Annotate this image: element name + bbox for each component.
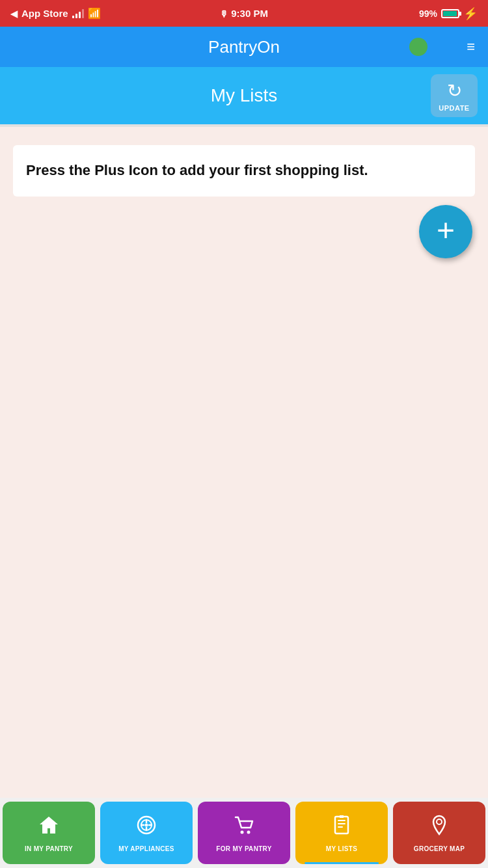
- nav-item-pantry[interactable]: IN MY PANTRY: [3, 802, 95, 864]
- for-pantry-icon: [233, 814, 255, 841]
- status-right: 99% ⚡: [419, 7, 478, 21]
- bottom-nav: IN MY PANTRY MY APPLIANCES FOR MY PANTRY: [0, 798, 488, 868]
- battery-percent: 99%: [419, 8, 437, 19]
- nav-item-my-lists[interactable]: MY LISTS: [295, 802, 388, 864]
- carrier-label: App Store: [21, 8, 68, 19]
- my-lists-label: MY LISTS: [326, 845, 357, 852]
- app-header: PantryOn ≡: [0, 27, 488, 67]
- sub-header: My Lists ↻ UPDATE: [0, 67, 488, 124]
- active-underline: [305, 862, 379, 864]
- status-bar: ◀ App Store 📶 🎙 9:30 PM 99% ⚡: [0, 0, 488, 27]
- svg-rect-5: [335, 817, 348, 834]
- battery-icon: [441, 9, 459, 18]
- svg-point-4: [247, 830, 251, 834]
- grocery-map-icon: [428, 814, 450, 841]
- appliances-icon: [135, 814, 157, 841]
- nav-item-grocery-map[interactable]: GROCERY MAP: [393, 802, 485, 864]
- status-left: ◀ App Store 📶: [10, 7, 101, 20]
- refresh-icon: ↻: [447, 80, 462, 102]
- svg-point-2: [145, 823, 148, 826]
- plus-icon: +: [437, 215, 455, 246]
- hint-text: Press the Plus Icon to add your first sh…: [26, 161, 462, 181]
- add-list-button[interactable]: +: [419, 205, 472, 258]
- nav-item-for-pantry[interactable]: FOR MY PANTRY: [198, 802, 290, 864]
- svg-point-3: [241, 830, 244, 834]
- status-time: 🎙 9:30 PM: [220, 8, 268, 19]
- hamburger-button[interactable]: ≡: [467, 40, 475, 54]
- grocery-map-label: GROCERY MAP: [414, 845, 465, 852]
- back-arrow-icon: ◀: [10, 8, 18, 19]
- update-label: UPDATE: [439, 104, 469, 112]
- update-button[interactable]: ↻ UPDATE: [431, 74, 478, 117]
- status-dot: [409, 38, 427, 56]
- for-pantry-label: FOR MY PANTRY: [216, 845, 271, 852]
- my-lists-icon: [331, 814, 353, 841]
- charging-icon: ⚡: [463, 7, 478, 21]
- page-title: My Lists: [211, 85, 278, 106]
- signal-bars: [72, 9, 84, 18]
- pantry-label: IN MY PANTRY: [25, 845, 73, 852]
- wifi-icon: 📶: [88, 7, 101, 20]
- pantry-icon: [38, 814, 60, 841]
- appliances-label: MY APPLIANCES: [118, 845, 174, 852]
- hint-box: Press the Plus Icon to add your first sh…: [13, 145, 475, 197]
- svg-point-6: [437, 819, 442, 824]
- mic-icon: 🎙: [220, 9, 228, 19]
- app-title: PantryOn: [208, 37, 280, 57]
- main-content: Press the Plus Icon to add your first sh…: [0, 127, 488, 647]
- nav-item-appliances[interactable]: MY APPLIANCES: [100, 802, 193, 864]
